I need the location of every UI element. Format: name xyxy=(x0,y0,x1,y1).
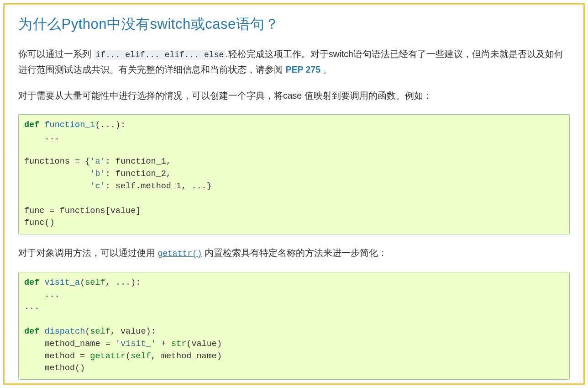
builtin-getattr: getattr xyxy=(90,351,126,361)
p1-text-c: 。 xyxy=(320,64,332,74)
code-text: method = xyxy=(24,351,90,361)
code-text: method() xyxy=(24,363,85,373)
string-literal: 'c' xyxy=(90,181,105,191)
fn-name: dispatch xyxy=(44,327,85,336)
code-text: ... xyxy=(24,133,60,142)
string-literal: 'b' xyxy=(90,169,105,179)
p3-text-b: 内置检索具有特定名称的方法来进一步简化： xyxy=(202,248,387,258)
code-text xyxy=(24,169,90,179)
string-literal: 'visit_' xyxy=(116,339,156,349)
kw-def: def xyxy=(24,278,39,287)
pep-275-link[interactable]: PEP 275 xyxy=(285,64,320,74)
code-block-1: def function_1(...): ... functions = {'a… xyxy=(18,114,570,234)
inline-code-if-elif: if... elif... elif... else xyxy=(94,50,226,60)
paragraph-2: 对于需要从大量可能性中进行选择的情况，可以创建一个字典，将case 值映射到要调… xyxy=(18,88,570,103)
fn-name: function_1 xyxy=(44,120,95,130)
code-text: ... xyxy=(24,290,60,300)
code-text: ( xyxy=(85,327,90,336)
self-kw: self xyxy=(131,351,151,361)
code-text: , value): xyxy=(110,327,156,336)
code-text: + xyxy=(156,339,171,349)
code-text: , ...): xyxy=(105,278,141,287)
code-text: method_name = xyxy=(24,339,116,349)
kw-def: def xyxy=(24,327,39,336)
code-text xyxy=(24,181,90,191)
p3-text-a: 对于对象调用方法，可以通过使用 xyxy=(18,248,158,258)
code-block-2: def visit_a(self, ...): ... ... def disp… xyxy=(18,272,570,380)
code-text: , method_name) xyxy=(151,351,222,361)
code-text: : self.method_1, ...} xyxy=(105,181,212,191)
self-kw: self xyxy=(85,278,105,287)
self-kw: self xyxy=(90,327,110,336)
code-text: : function_1, xyxy=(105,157,171,166)
document-container: 为什么Python中没有switch或case语句？ 你可以通过一系列 if..… xyxy=(3,3,585,385)
code-text: func = functions[value] xyxy=(24,206,141,216)
code-text: func() xyxy=(24,218,55,228)
kw-def: def xyxy=(24,120,39,130)
p1-text-a: 你可以通过一系列 xyxy=(18,49,94,59)
code-text: ( xyxy=(126,351,131,361)
code-text: ( xyxy=(80,278,85,287)
code-text: (...): xyxy=(95,120,126,130)
code-text: (value) xyxy=(186,339,222,349)
fn-name: visit_a xyxy=(44,278,80,287)
paragraph-1: 你可以通过一系列 if... elif... elif... else.轻松完成… xyxy=(18,47,570,77)
getattr-link[interactable]: getattr() xyxy=(158,249,202,258)
builtin-str: str xyxy=(171,339,186,349)
paragraph-3: 对于对象调用方法，可以通过使用 getattr() 内置检索具有特定名称的方法来… xyxy=(18,245,570,261)
string-literal: 'a' xyxy=(90,157,105,166)
code-text: functions = { xyxy=(24,157,90,166)
code-text: : function_2, xyxy=(105,169,171,179)
code-text: ... xyxy=(24,302,39,312)
page-title: 为什么Python中没有switch或case语句？ xyxy=(18,15,570,34)
